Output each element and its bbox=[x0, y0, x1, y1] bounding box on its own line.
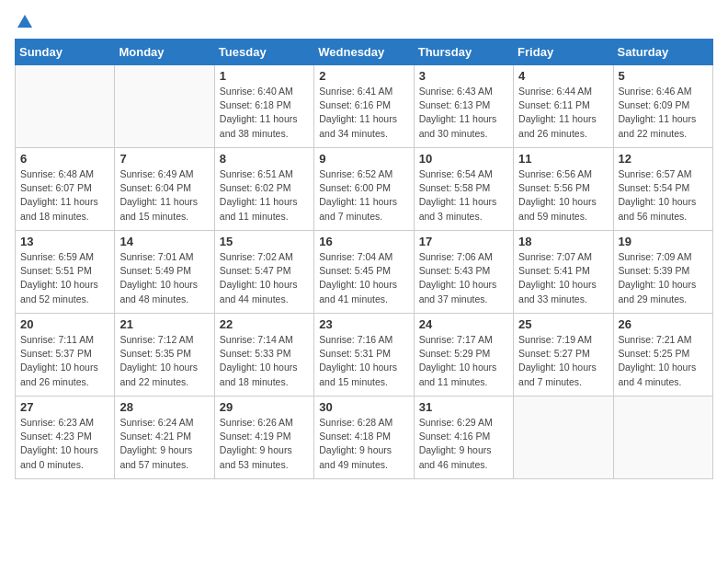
calendar-cell: 20Sunrise: 7:11 AM Sunset: 5:37 PM Dayli… bbox=[16, 314, 115, 396]
day-detail: Sunrise: 6:48 AM Sunset: 6:07 PM Dayligh… bbox=[20, 167, 109, 224]
calendar-header-row: SundayMondayTuesdayWednesdayThursdayFrid… bbox=[16, 40, 713, 65]
header-saturday: Saturday bbox=[613, 40, 712, 65]
day-detail: Sunrise: 6:56 AM Sunset: 5:56 PM Dayligh… bbox=[518, 167, 608, 224]
calendar-cell: 15Sunrise: 7:02 AM Sunset: 5:47 PM Dayli… bbox=[214, 231, 313, 314]
day-detail: Sunrise: 6:43 AM Sunset: 6:13 PM Dayligh… bbox=[419, 85, 508, 141]
calendar-cell: 23Sunrise: 7:16 AM Sunset: 5:31 PM Dayli… bbox=[314, 314, 414, 396]
day-detail: Sunrise: 7:01 AM Sunset: 5:49 PM Dayligh… bbox=[119, 250, 209, 306]
day-detail: Sunrise: 6:24 AM Sunset: 4:21 PM Dayligh… bbox=[119, 416, 209, 472]
day-detail: Sunrise: 6:46 AM Sunset: 6:09 PM Dayligh… bbox=[619, 85, 708, 141]
calendar-cell bbox=[514, 396, 613, 479]
calendar-week-row: 27Sunrise: 6:23 AM Sunset: 4:23 PM Dayli… bbox=[16, 396, 713, 479]
day-detail: Sunrise: 6:51 AM Sunset: 6:02 PM Dayligh… bbox=[220, 167, 309, 224]
calendar-cell: 21Sunrise: 7:12 AM Sunset: 5:35 PM Dayli… bbox=[115, 314, 214, 396]
day-number: 31 bbox=[419, 400, 508, 414]
calendar-cell: 27Sunrise: 6:23 AM Sunset: 4:23 PM Dayli… bbox=[16, 396, 115, 479]
day-number: 25 bbox=[518, 317, 608, 331]
day-number: 24 bbox=[419, 317, 508, 331]
calendar-cell: 14Sunrise: 7:01 AM Sunset: 5:49 PM Dayli… bbox=[115, 231, 214, 314]
day-detail: Sunrise: 7:12 AM Sunset: 5:35 PM Dayligh… bbox=[119, 333, 209, 389]
day-number: 17 bbox=[419, 235, 508, 248]
logo bbox=[15, 15, 33, 29]
calendar-week-row: 20Sunrise: 7:11 AM Sunset: 5:37 PM Dayli… bbox=[16, 314, 713, 396]
calendar-cell bbox=[16, 65, 115, 148]
day-number: 12 bbox=[619, 152, 708, 166]
calendar-cell: 5Sunrise: 6:46 AM Sunset: 6:09 PM Daylig… bbox=[613, 65, 712, 148]
day-detail: Sunrise: 7:04 AM Sunset: 5:45 PM Dayligh… bbox=[319, 250, 408, 306]
svg-marker-0 bbox=[17, 15, 32, 28]
day-detail: Sunrise: 6:28 AM Sunset: 4:18 PM Dayligh… bbox=[319, 416, 408, 472]
day-number: 7 bbox=[119, 152, 209, 166]
calendar-cell: 28Sunrise: 6:24 AM Sunset: 4:21 PM Dayli… bbox=[115, 396, 214, 479]
calendar-cell: 26Sunrise: 7:21 AM Sunset: 5:25 PM Dayli… bbox=[613, 314, 712, 396]
day-number: 6 bbox=[20, 152, 109, 166]
day-detail: Sunrise: 7:19 AM Sunset: 5:27 PM Dayligh… bbox=[518, 333, 608, 389]
day-detail: Sunrise: 7:09 AM Sunset: 5:39 PM Dayligh… bbox=[619, 250, 708, 306]
day-number: 11 bbox=[518, 152, 608, 166]
day-detail: Sunrise: 7:21 AM Sunset: 5:25 PM Dayligh… bbox=[619, 333, 708, 389]
day-number: 19 bbox=[619, 235, 708, 248]
calendar-cell: 8Sunrise: 6:51 AM Sunset: 6:02 PM Daylig… bbox=[214, 148, 313, 231]
calendar-cell bbox=[115, 65, 214, 148]
calendar-table: SundayMondayTuesdayWednesdayThursdayFrid… bbox=[15, 39, 713, 479]
day-detail: Sunrise: 7:17 AM Sunset: 5:29 PM Dayligh… bbox=[419, 333, 508, 389]
day-number: 28 bbox=[119, 400, 209, 414]
day-number: 5 bbox=[619, 69, 708, 83]
day-detail: Sunrise: 6:57 AM Sunset: 5:54 PM Dayligh… bbox=[619, 167, 708, 224]
calendar-cell: 25Sunrise: 7:19 AM Sunset: 5:27 PM Dayli… bbox=[514, 314, 613, 396]
day-number: 29 bbox=[220, 400, 309, 414]
day-detail: Sunrise: 6:41 AM Sunset: 6:16 PM Dayligh… bbox=[319, 85, 408, 141]
calendar-cell: 12Sunrise: 6:57 AM Sunset: 5:54 PM Dayli… bbox=[613, 148, 712, 231]
header-friday: Friday bbox=[514, 40, 613, 65]
day-detail: Sunrise: 6:26 AM Sunset: 4:19 PM Dayligh… bbox=[220, 416, 309, 472]
header-wednesday: Wednesday bbox=[314, 40, 414, 65]
day-number: 10 bbox=[419, 152, 508, 166]
calendar-cell: 16Sunrise: 7:04 AM Sunset: 5:45 PM Dayli… bbox=[314, 231, 414, 314]
calendar-cell: 7Sunrise: 6:49 AM Sunset: 6:04 PM Daylig… bbox=[115, 148, 214, 231]
calendar-cell: 17Sunrise: 7:06 AM Sunset: 5:43 PM Dayli… bbox=[414, 231, 513, 314]
calendar-cell: 30Sunrise: 6:28 AM Sunset: 4:18 PM Dayli… bbox=[314, 396, 414, 479]
calendar-week-row: 1Sunrise: 6:40 AM Sunset: 6:18 PM Daylig… bbox=[16, 65, 713, 148]
calendar-cell: 6Sunrise: 6:48 AM Sunset: 6:07 PM Daylig… bbox=[16, 148, 115, 231]
day-detail: Sunrise: 7:11 AM Sunset: 5:37 PM Dayligh… bbox=[20, 333, 109, 389]
day-detail: Sunrise: 6:52 AM Sunset: 6:00 PM Dayligh… bbox=[319, 167, 408, 224]
calendar-cell: 31Sunrise: 6:29 AM Sunset: 4:16 PM Dayli… bbox=[414, 396, 513, 479]
day-detail: Sunrise: 6:44 AM Sunset: 6:11 PM Dayligh… bbox=[518, 85, 608, 141]
day-number: 22 bbox=[220, 317, 309, 331]
calendar-cell: 10Sunrise: 6:54 AM Sunset: 5:58 PM Dayli… bbox=[414, 148, 513, 231]
day-number: 9 bbox=[319, 152, 408, 166]
calendar-cell bbox=[613, 396, 712, 479]
calendar-cell: 29Sunrise: 6:26 AM Sunset: 4:19 PM Dayli… bbox=[214, 396, 313, 479]
header-thursday: Thursday bbox=[414, 40, 513, 65]
day-number: 1 bbox=[220, 69, 309, 83]
day-number: 4 bbox=[518, 69, 608, 83]
day-detail: Sunrise: 6:59 AM Sunset: 5:51 PM Dayligh… bbox=[20, 250, 109, 306]
calendar-cell: 2Sunrise: 6:41 AM Sunset: 6:16 PM Daylig… bbox=[314, 65, 414, 148]
day-number: 18 bbox=[518, 235, 608, 248]
calendar-cell: 24Sunrise: 7:17 AM Sunset: 5:29 PM Dayli… bbox=[414, 314, 513, 396]
day-number: 15 bbox=[220, 235, 309, 248]
calendar-cell: 18Sunrise: 7:07 AM Sunset: 5:41 PM Dayli… bbox=[514, 231, 613, 314]
day-detail: Sunrise: 6:49 AM Sunset: 6:04 PM Dayligh… bbox=[119, 167, 209, 224]
header-monday: Monday bbox=[115, 40, 214, 65]
day-detail: Sunrise: 6:54 AM Sunset: 5:58 PM Dayligh… bbox=[419, 167, 508, 224]
calendar-cell: 4Sunrise: 6:44 AM Sunset: 6:11 PM Daylig… bbox=[514, 65, 613, 148]
calendar-cell: 22Sunrise: 7:14 AM Sunset: 5:33 PM Dayli… bbox=[214, 314, 313, 396]
calendar-week-row: 13Sunrise: 6:59 AM Sunset: 5:51 PM Dayli… bbox=[16, 231, 713, 314]
day-detail: Sunrise: 6:29 AM Sunset: 4:16 PM Dayligh… bbox=[419, 416, 508, 472]
calendar-cell: 3Sunrise: 6:43 AM Sunset: 6:13 PM Daylig… bbox=[414, 65, 513, 148]
calendar-week-row: 6Sunrise: 6:48 AM Sunset: 6:07 PM Daylig… bbox=[16, 148, 713, 231]
header-sunday: Sunday bbox=[16, 40, 115, 65]
day-detail: Sunrise: 6:23 AM Sunset: 4:23 PM Dayligh… bbox=[20, 416, 109, 472]
day-number: 21 bbox=[119, 317, 209, 331]
page-header bbox=[15, 15, 713, 29]
calendar-cell: 13Sunrise: 6:59 AM Sunset: 5:51 PM Dayli… bbox=[16, 231, 115, 314]
day-number: 27 bbox=[20, 400, 109, 414]
calendar-cell: 1Sunrise: 6:40 AM Sunset: 6:18 PM Daylig… bbox=[214, 65, 313, 148]
day-number: 30 bbox=[319, 400, 408, 414]
day-detail: Sunrise: 7:02 AM Sunset: 5:47 PM Dayligh… bbox=[220, 250, 309, 306]
day-detail: Sunrise: 6:40 AM Sunset: 6:18 PM Dayligh… bbox=[220, 85, 309, 141]
calendar-cell: 11Sunrise: 6:56 AM Sunset: 5:56 PM Dayli… bbox=[514, 148, 613, 231]
day-number: 3 bbox=[419, 69, 508, 83]
day-number: 13 bbox=[20, 235, 109, 248]
